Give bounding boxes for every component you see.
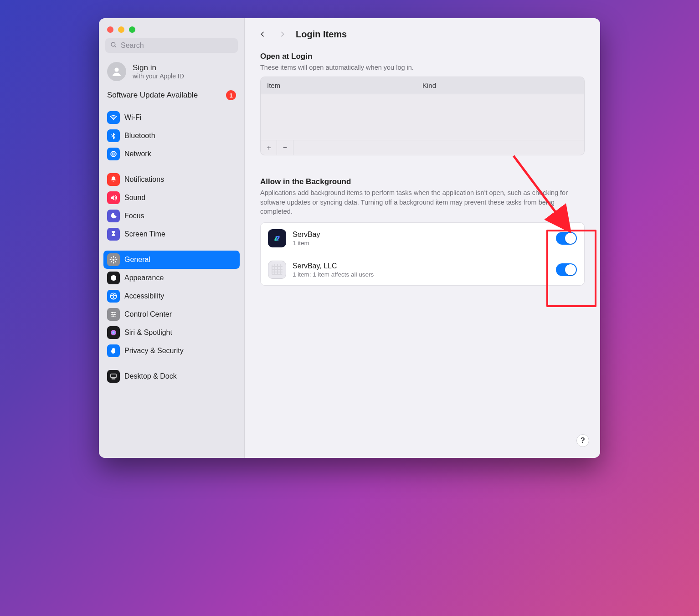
help-button[interactable]: ? (576, 434, 589, 447)
sidebar-item-label: Appearance (124, 274, 164, 282)
open-at-login-section: Open at Login These items will open auto… (256, 49, 589, 163)
sidebar-item-privacy-security[interactable]: Privacy & Security (103, 342, 240, 360)
sidebar-item-label: Desktop & Dock (124, 372, 177, 380)
add-login-item-button[interactable]: ＋ (261, 140, 277, 155)
sidebar-item-screen-time[interactable]: Screen Time (103, 225, 240, 243)
sidebar-item-label: Control Center (124, 310, 172, 318)
sidebar-item-sound[interactable]: Sound (103, 189, 240, 207)
sidebar-item-bluetooth[interactable]: Bluetooth (103, 127, 240, 145)
zoom-window-button[interactable] (129, 26, 135, 33)
sidebar-item-accessibility[interactable]: Accessibility (103, 287, 240, 305)
app-subtext: 1 item: 1 item affects all users (293, 271, 550, 278)
bell-icon (107, 173, 120, 186)
app-icon (268, 261, 286, 279)
system-settings-window: Sign in with your Apple ID Software Upda… (99, 18, 600, 458)
signin-subtitle: with your Apple ID (133, 72, 184, 80)
hourglass-icon (107, 228, 120, 241)
background-heading: Allow in the Background (260, 177, 585, 186)
background-desc: Applications add background items to per… (260, 188, 585, 216)
open-at-login-table: Item Kind ＋ − (260, 77, 585, 155)
search-icon (110, 41, 117, 50)
open-at-login-heading: Open at Login (260, 52, 585, 61)
sliders-icon (107, 308, 120, 321)
sidebar-item-label: Accessibility (124, 292, 164, 300)
background-item-row: ServBay1 item (261, 223, 584, 254)
sidebar-item-control-center[interactable]: Control Center (103, 305, 240, 323)
search-field[interactable] (105, 38, 238, 53)
app-icon (268, 229, 286, 247)
sidebar-item-notifications[interactable]: Notifications (103, 170, 240, 189)
background-toggle[interactable] (556, 263, 577, 276)
background-item-row: ServBay, LLC1 item: 1 item affects all u… (261, 254, 584, 285)
app-name: ServBay, LLC (293, 262, 550, 270)
sidebar-item-focus[interactable]: Focus (103, 207, 240, 225)
update-badge: 1 (226, 90, 236, 100)
siri-icon (107, 326, 120, 339)
sidebar-item-label: Privacy & Security (124, 347, 184, 355)
sidebar-nav: Wi-FiBluetoothNetworkNotificationsSoundF… (99, 108, 244, 385)
back-button[interactable] (256, 27, 269, 41)
sidebar: Sign in with your Apple ID Software Upda… (99, 18, 245, 458)
forward-button (276, 27, 289, 41)
minimize-window-button[interactable] (118, 26, 124, 33)
svg-point-2 (114, 67, 118, 72)
hand-icon (107, 344, 120, 357)
sidebar-item-siri-spotlight[interactable]: Siri & Spotlight (103, 323, 240, 342)
software-update-label: Software Update Available (107, 91, 198, 100)
network-icon (107, 148, 120, 160)
sidebar-item-label: Bluetooth (124, 132, 155, 140)
sidebar-item-general[interactable]: General (103, 251, 240, 269)
main-pane: Login Items Open at Login These items wi… (245, 18, 600, 458)
moon-icon (107, 210, 120, 222)
app-subtext: 1 item (293, 240, 550, 246)
wifi-icon (107, 111, 120, 124)
col-item: Item (267, 82, 422, 89)
open-at-login-desc: These items will open automatically when… (260, 63, 585, 72)
remove-login-item-button[interactable]: − (277, 140, 293, 155)
bluetooth-icon (107, 129, 120, 142)
gear-icon (107, 253, 120, 266)
col-kind: Kind (422, 82, 578, 89)
app-name: ServBay (293, 231, 550, 239)
header: Login Items (256, 25, 589, 49)
sidebar-item-label: Notifications (124, 175, 164, 184)
sidebar-item-wi-fi[interactable]: Wi-Fi (103, 108, 240, 127)
window-controls (99, 18, 244, 38)
svg-line-1 (115, 46, 116, 47)
software-update-row[interactable]: Software Update Available 1 (99, 88, 244, 108)
signin-title: Sign in (133, 63, 184, 72)
avatar-icon (107, 62, 126, 81)
sidebar-item-label: Focus (124, 212, 144, 220)
sidebar-item-label: Network (124, 150, 151, 158)
background-section: Allow in the Background Applications add… (256, 175, 589, 293)
sidebar-item-appearance[interactable]: Appearance (103, 269, 240, 287)
sidebar-item-label: Wi-Fi (124, 113, 141, 122)
sidebar-item-label: Screen Time (124, 230, 165, 238)
sidebar-item-network[interactable]: Network (103, 145, 240, 163)
background-items-list: ServBay1 itemServBay, LLC1 item: 1 item … (260, 222, 585, 286)
svg-point-0 (111, 42, 115, 46)
page-title: Login Items (296, 29, 347, 40)
apple-id-signin[interactable]: Sign in with your Apple ID (99, 59, 244, 88)
dock-icon (107, 370, 120, 383)
sidebar-item-label: General (124, 256, 150, 264)
open-at-login-body (261, 94, 584, 140)
search-input[interactable] (121, 41, 233, 50)
close-window-button[interactable] (107, 26, 113, 33)
appearance-icon (107, 272, 120, 284)
sidebar-item-desktop-dock[interactable]: Desktop & Dock (103, 367, 240, 385)
accessibility-icon (107, 290, 120, 303)
background-toggle[interactable] (556, 232, 577, 245)
sidebar-item-label: Sound (124, 194, 145, 202)
sound-icon (107, 191, 120, 204)
sidebar-item-label: Siri & Spotlight (124, 329, 172, 337)
